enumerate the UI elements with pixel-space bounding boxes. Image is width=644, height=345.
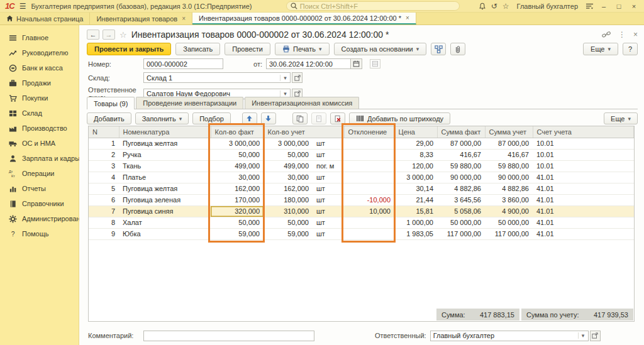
notifications-bell-icon[interactable]: [479, 3, 486, 10]
svg-text:Кт: Кт: [11, 174, 15, 178]
date-field[interactable]: [266, 58, 351, 69]
post-button[interactable]: Провести: [225, 43, 270, 55]
favorite-star-icon[interactable]: ☆: [119, 30, 127, 40]
get-link-icon[interactable]: [602, 31, 611, 38]
sidebar-item-purchases[interactable]: Покупки: [0, 90, 79, 106]
number-field[interactable]: [143, 58, 223, 69]
search-icon: [291, 3, 297, 9]
comment-label: Комментарий:: [88, 332, 143, 339]
sidebar-item-administration[interactable]: Администрирование: [0, 211, 79, 226]
sections-panel: Главное Руководителю Банк и касса Продаж…: [0, 25, 79, 345]
sidebar-item-manager[interactable]: Руководителю: [0, 45, 79, 60]
sidebar-item-fixed-assets[interactable]: ОС и НМА: [0, 136, 79, 151]
minimize-button[interactable]: –: [599, 3, 609, 10]
sum-acc-label: Сумма по учету:: [526, 311, 579, 319]
global-search[interactable]: [286, 1, 460, 11]
back-button[interactable]: ←: [87, 30, 99, 40]
register-records-icon: [370, 59, 380, 68]
chevron-down-icon[interactable]: ▾: [280, 75, 290, 81]
svg-text:Дт: Дт: [9, 170, 13, 173]
tab-inventory-list[interactable]: Инвентаризация товаров ×: [90, 13, 192, 25]
table-row[interactable]: 5Пуговица желтая162,000162,000шт30,144 8…: [89, 183, 634, 194]
close-tab-icon[interactable]: ×: [182, 15, 186, 22]
current-user[interactable]: Главный бухгалтер: [517, 3, 578, 10]
sidebar-item-sales[interactable]: Продажи: [0, 75, 79, 90]
close-form-icon[interactable]: ×: [633, 30, 638, 39]
pick-button[interactable]: Подбор: [192, 112, 231, 124]
table-row[interactable]: 1Пуговица желтая3 000,0003 000,000шт29,0…: [89, 138, 634, 149]
col-header-price: Цена: [394, 126, 437, 138]
sidebar-item-help[interactable]: ? Помощь: [0, 226, 79, 241]
table-row[interactable]: 3Ткань499,000499,000пог. м120,0059 880,0…: [89, 160, 634, 172]
close-tab-icon[interactable]: ×: [406, 14, 409, 21]
totals-bar: Сумма: 417 883,15 Сумма по учету: 417 93…: [436, 309, 633, 320]
service-menu-icon[interactable]: [586, 3, 594, 10]
col-header-qty-acc: Кол-во учет: [264, 126, 344, 138]
more-menu-dots-icon[interactable]: ⋮: [618, 30, 626, 39]
bank-icon: [8, 63, 17, 72]
tab-goods[interactable]: Товары (9): [87, 97, 135, 109]
save-button[interactable]: Записать: [175, 43, 220, 55]
help-button[interactable]: ?: [623, 43, 638, 55]
open-warehouse-icon[interactable]: [292, 72, 303, 83]
copy-row-button[interactable]: [292, 112, 308, 124]
sidebar-item-directories[interactable]: Справочники: [0, 196, 79, 211]
copy-rows-button[interactable]: [311, 112, 326, 124]
deviation-negative-cell[interactable]: -10,000: [344, 194, 394, 205]
table-row[interactable]: 9Юбка59,00059,000шт1 983,05117 000,00117…: [89, 228, 634, 239]
delete-row-button[interactable]: [330, 112, 345, 124]
table-row[interactable]: 4Платье30,00030,000шт3 000,0090 000,0090…: [89, 172, 634, 183]
tab-inventory-commission[interactable]: Инвентаризационная комиссия: [245, 97, 359, 109]
document-title: Инвентаризация товаров 0000-000002 от 30…: [131, 30, 389, 40]
sidebar-item-production[interactable]: Производство: [0, 121, 79, 136]
history-icon[interactable]: ↺: [491, 3, 497, 10]
chevron-down-icon[interactable]: ▾: [280, 90, 290, 97]
printer-icon: [282, 45, 290, 53]
svg-text:?: ?: [11, 231, 14, 238]
favorites-star-icon[interactable]: ☆: [502, 3, 509, 10]
main-menu-icon[interactable]: ☰: [19, 2, 26, 11]
table-row[interactable]: 8Халат50,00050,000шт1 000,0050 000,0050 …: [89, 217, 634, 228]
sidebar-item-bank-cash[interactable]: Банк и касса: [0, 60, 79, 75]
restore-button[interactable]: □: [614, 3, 624, 10]
structure-icon: [435, 45, 443, 53]
sidebar-item-main[interactable]: Главное: [0, 30, 79, 45]
close-window-button[interactable]: ×: [629, 3, 639, 10]
calendar-icon[interactable]: [351, 58, 362, 69]
sidebar-item-warehouse[interactable]: Склад: [0, 106, 79, 121]
move-up-button[interactable]: [242, 112, 257, 124]
attachments-button[interactable]: [450, 43, 465, 55]
person-icon: [8, 154, 17, 163]
print-button[interactable]: Печать▾: [275, 43, 330, 55]
form-more-button[interactable]: Еще▾: [583, 43, 618, 55]
forward-button[interactable]: →: [103, 30, 115, 40]
table-row[interactable]: 2Ручка50,00050,000шт8,33416,67416,6710.0…: [89, 149, 634, 160]
grid-more-button[interactable]: Еще▾: [604, 112, 638, 124]
add-by-barcode-button[interactable]: Добавить по штрихкоду: [349, 112, 450, 124]
chevron-down-icon[interactable]: ▾: [578, 332, 588, 339]
table-row-selected[interactable]: 7Пуговица синяя320,000310,000шт10,00015,…: [89, 205, 634, 217]
search-input[interactable]: [300, 3, 455, 10]
responsible-field[interactable]: Главный бухгалтер ▾: [430, 331, 589, 341]
app-title: Бухгалтерия предприятия (базовая), редак…: [31, 3, 252, 10]
fill-button[interactable]: Заполнить▾: [135, 112, 189, 124]
create-based-on-button[interactable]: Создать на основании▾: [334, 43, 427, 55]
open-responsible-icon[interactable]: [590, 331, 601, 341]
selected-cell[interactable]: 320,000: [211, 205, 264, 217]
add-row-button[interactable]: Добавить: [87, 112, 131, 124]
comment-field[interactable]: [143, 331, 314, 341]
post-and-close-button[interactable]: Провести и закрыть: [87, 43, 171, 55]
tab-inventory-execution[interactable]: Проведение инвентаризации: [136, 97, 243, 109]
table-row[interactable]: 6Пуговица зеленая170,000180,000шт-10,000…: [89, 194, 634, 205]
gear-icon: [8, 214, 17, 223]
warehouse-field[interactable]: Склад 1 ▾: [143, 72, 291, 83]
related-documents-button[interactable]: [431, 43, 446, 55]
sidebar-item-payroll-hr[interactable]: Зарплата и кадры: [0, 151, 79, 166]
tab-home[interactable]: Начальная страница: [0, 13, 90, 25]
col-header-deviation: Отклонение: [344, 126, 394, 138]
tab-inventory-document[interactable]: Инвентаризация товаров 0000-000002 от 30…: [192, 13, 416, 25]
sidebar-item-reports[interactable]: Отчеты: [0, 181, 79, 196]
number-label: Номер:: [88, 60, 143, 68]
move-down-button[interactable]: [261, 112, 276, 124]
sidebar-item-operations[interactable]: ДтКт Операции: [0, 166, 79, 181]
